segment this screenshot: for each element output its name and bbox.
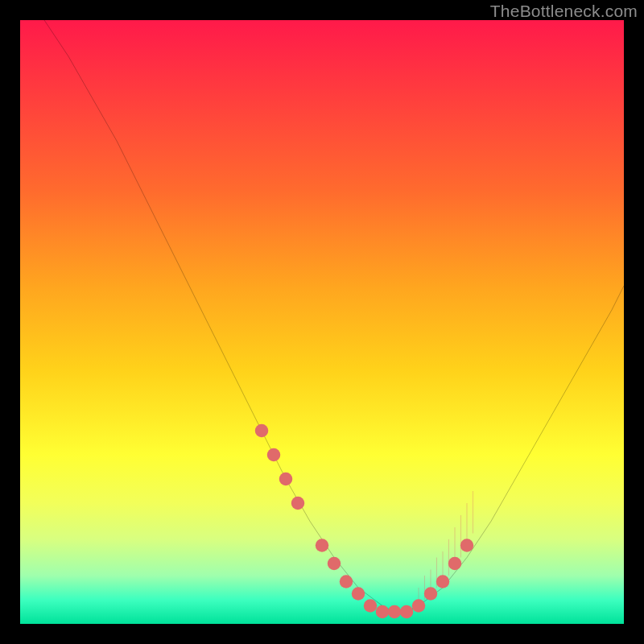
svg-point-19	[376, 605, 390, 619]
svg-point-11	[267, 448, 281, 462]
svg-point-23	[424, 587, 438, 601]
svg-point-14	[316, 539, 329, 552]
highlight-dots	[255, 424, 474, 619]
watermark-text: TheBottleneck.com	[490, 2, 638, 21]
chart-frame: TheBottleneck.com	[0, 0, 644, 644]
svg-point-26	[460, 539, 474, 552]
svg-point-10	[255, 424, 269, 438]
bottleneck-curve	[44, 20, 624, 612]
svg-point-20	[388, 605, 402, 619]
svg-point-12	[279, 473, 293, 486]
svg-point-17	[352, 587, 365, 601]
svg-point-18	[364, 599, 378, 613]
chart-svg	[20, 20, 624, 624]
svg-point-15	[328, 557, 341, 571]
svg-point-16	[340, 575, 353, 588]
svg-point-24	[436, 575, 450, 588]
chart-plot-area	[20, 20, 624, 624]
svg-point-13	[291, 497, 305, 510]
svg-point-21	[400, 605, 414, 619]
svg-point-25	[448, 557, 462, 571]
svg-point-22	[412, 599, 426, 613]
